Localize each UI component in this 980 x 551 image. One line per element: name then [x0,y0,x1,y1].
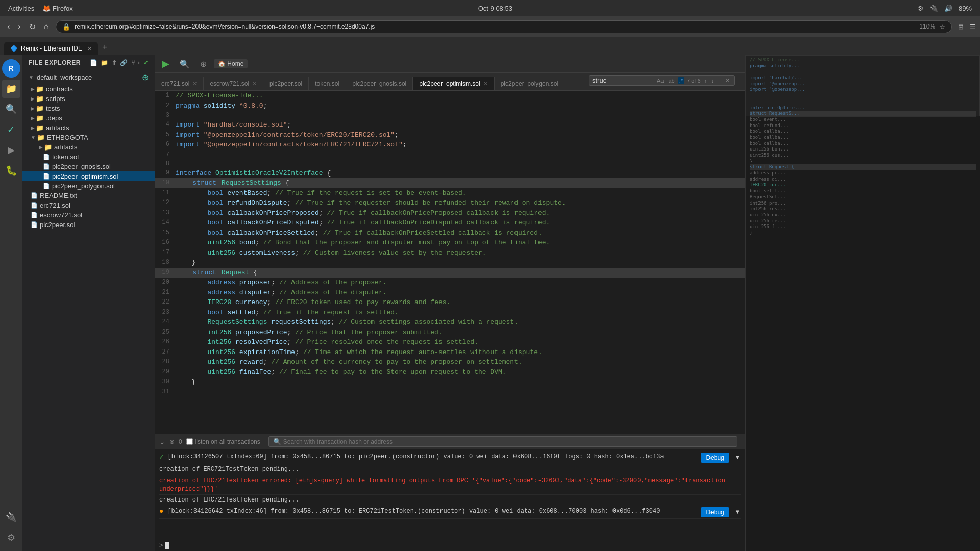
new-tab-button[interactable]: + [98,40,112,55]
code-line-12: 12 bool refundOnDispute; // True if the … [155,198,745,208]
settings-sidebar-icon[interactable]: ⚙ [2,529,20,547]
debug-icon[interactable]: 🐛 [2,161,20,180]
address-bar[interactable]: 🔒 remix.ethereum.org/#optimize=false&run… [56,20,952,33]
editor-toolbar: ▶ 🔍 ⊕ 🏠 Home [155,55,745,73]
home-button[interactable]: ⌂ [41,20,52,34]
search-input[interactable] [592,77,653,84]
bookmark-icon[interactable]: ☆ [939,23,945,31]
editor-tab-escrow721[interactable]: escrow721.sol ✕ [204,77,263,90]
editor-tab-token[interactable]: token.sol [309,77,346,90]
tree-folder-artifacts-sub[interactable]: ▶ 📁 artifacts [22,142,155,152]
home-btn[interactable]: 🏠 Home [214,59,248,68]
search-tx-input[interactable] [283,438,732,445]
editor-tabs: erc721.sol ✕ escrow721.sol ✕ pic2peer.so… [155,73,745,91]
search-nav: ↑ ↓ ≡ ✕ [703,77,731,84]
forward-button[interactable]: › [15,20,23,34]
panel-title: FILE EXPLORER [29,59,81,66]
search-prev-btn[interactable]: ↑ [703,77,709,84]
editor-tab-optimism[interactable]: pic2peer_optimism.sol ✕ [413,77,494,90]
tree-file-pic2peer[interactable]: 📄 pic2peer.sol [22,220,155,230]
tab-close-escrow721[interactable]: ✕ [252,81,257,87]
search-toolbar-btn[interactable]: 🔍 [177,58,193,70]
tab-label-optimism: pic2peer_optimism.sol [419,80,480,87]
folder-arrow-scripts: ▶ [31,96,35,102]
activities-label[interactable]: Activities [8,5,34,12]
tree-file-pic2peer-polygon[interactable]: 📄 pic2peer_polygon.sol [22,181,155,191]
collapse-btn[interactable]: ⌄ [159,438,165,446]
folder-arrow-contracts: ▶ [31,86,35,92]
plugin-icon[interactable]: 🔌 [2,508,20,527]
tree-file-erc721[interactable]: 📄 erc721.sol [22,201,155,210]
refresh-button[interactable]: ↻ [26,20,39,34]
sound-icon[interactable]: 🔊 [944,5,952,12]
code-line-8: 8 [155,159,745,168]
listen-input[interactable] [186,438,193,445]
editor-tab-gnosis[interactable]: pic2peer_gnosis.sol [346,77,413,90]
whole-word-btn[interactable]: ab [667,77,676,84]
create-folder-icon[interactable]: 📁 [101,59,109,66]
tree-folder-artifacts[interactable]: ▶ 📁 artifacts [22,123,155,133]
lock-icon: 🔒 [62,23,70,31]
tree-file-readme[interactable]: 📄 README.txt [22,191,155,201]
tab-close-erc721[interactable]: ✕ [192,81,197,87]
menu-icon[interactable]: ☰ [970,23,976,31]
debug-btn-5[interactable]: Debug [701,507,729,517]
editor-tab-polygon[interactable]: pic2peer_polygon.sol [495,77,565,90]
debug-dropdown-1[interactable]: ▼ [733,453,741,463]
search-next-btn[interactable]: ↓ [709,77,716,84]
back-button[interactable]: ‹ [4,20,13,34]
code-line-23: 23 bool settled; // True if the request … [155,308,745,318]
search-lines-btn[interactable]: ≡ [717,77,723,84]
console-text-4: creation of ERC721TestToken pending... [159,496,741,505]
zoom-btn[interactable]: ⊕ [197,58,210,70]
tree-folder-ethbogota[interactable]: ▼ 📁 ETHBOGOTA [22,133,155,142]
right-panel: // SPDX-License... pragma solidity... im… [745,55,980,551]
regex-btn[interactable]: .* [678,77,684,84]
git-icon[interactable]: ⑂ [131,59,135,66]
nav-right-icon[interactable]: › [138,59,140,66]
extensions-icon[interactable]: ⊞ [958,23,964,31]
remix-favicon: 🔷 [10,45,18,52]
run-button[interactable]: ▶ [159,57,173,70]
debug-dropdown-5[interactable]: ▼ [733,507,741,517]
debug-btn-1[interactable]: Debug [701,453,729,463]
match-case-btn[interactable]: Aa [655,77,665,84]
tree-folder-tests[interactable]: ▶ 📁 tests [22,104,155,113]
listen-label: listen on all transactions [195,438,260,445]
stop-btn[interactable]: ⊗ [169,438,175,445]
browser-tab-remix[interactable]: 🔷 Remix - Ethereum IDE ✕ [4,42,98,55]
connect-icon[interactable]: 🔗 [120,59,128,66]
tree-file-pic2peer-gnosis[interactable]: 📄 pic2peer_gnosis.sol [22,162,155,171]
create-file-icon[interactable]: 📄 [90,59,98,66]
search-result-count: 7 of 6 [687,78,701,84]
code-line-15: 15 bool callbackOnPriceSettled; // True … [155,228,745,238]
editor-tab-erc721[interactable]: erc721.sol ✕ [155,77,204,90]
nav-checkmark-icon[interactable]: ✓ [143,59,149,66]
code-line-30: 30 } [155,377,745,387]
browser-tab-close[interactable]: ✕ [87,45,92,52]
console-line-1: ✓ [block:34126507 txIndex:69] from: 0x45… [159,452,741,464]
code-editor[interactable]: 1 // SPDX-License-Ide... 2 pragma solidi… [155,91,745,434]
listen-checkbox[interactable]: listen on all transactions [186,438,260,445]
console-input-line: > [155,539,745,551]
tab-close-optimism[interactable]: ✕ [483,81,488,87]
tree-file-escrow721[interactable]: 📄 escrow721.sol [22,210,155,220]
tab-label-gnosis: pic2peer_gnosis.sol [352,80,406,87]
search-icon[interactable]: 🔍 [2,100,20,118]
search-close-btn[interactable]: ✕ [724,77,731,84]
settings-icon[interactable]: ⚙ [918,5,924,12]
tree-file-token[interactable]: 📄 token.sol [22,152,155,162]
editor-tab-pic2peer[interactable]: pic2peer.sol [263,77,309,90]
workspace-add-btn[interactable]: ⊕ [142,72,149,82]
tree-folder-deps[interactable]: ▶ 📁 .deps [22,113,155,123]
tab-label-escrow721: escrow721.sol [210,80,249,87]
workspace-name[interactable]: default_workspace [37,73,139,81]
solidity-compiler-icon[interactable]: ✓ [2,120,20,139]
tree-file-pic2peer-optimism[interactable]: 📄 pic2peer_optimism.sol [22,171,155,181]
tree-folder-contracts[interactable]: ▶ 📁 contracts [22,84,155,94]
tree-folder-scripts[interactable]: ▶ 📁 scripts [22,94,155,104]
upload-icon[interactable]: ⬆ [112,59,117,66]
deploy-icon[interactable]: ▶ [2,141,20,159]
file-explorer-icon[interactable]: 📁 [2,80,20,98]
network-icon[interactable]: 🔌 [930,5,938,12]
